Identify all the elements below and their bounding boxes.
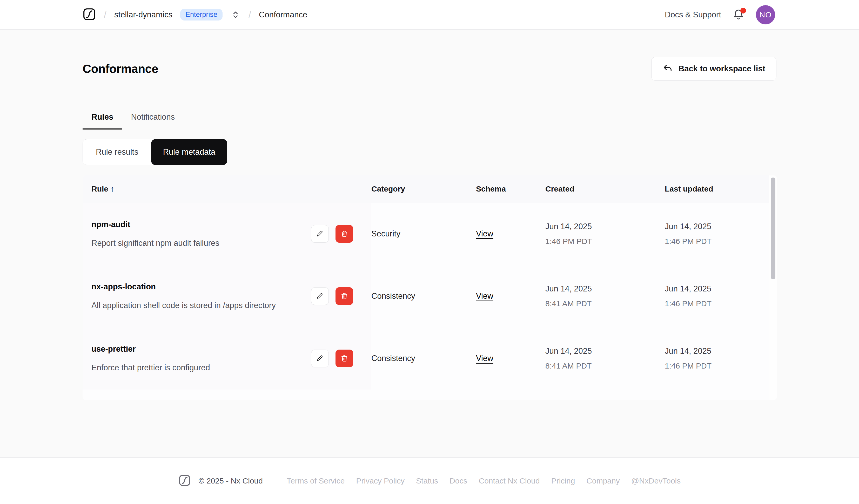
schema-view-link[interactable]: View bbox=[476, 354, 493, 363]
updated-time: 1:46 PM PDT bbox=[665, 362, 711, 370]
workspace-name[interactable]: stellar-dynamics bbox=[114, 10, 172, 19]
edit-rule-button[interactable] bbox=[311, 287, 329, 305]
rule-name: npm-audit bbox=[91, 220, 220, 229]
schema-view-link[interactable]: View bbox=[476, 291, 493, 301]
notification-dot bbox=[740, 8, 746, 14]
footer-link[interactable]: Terms of Service bbox=[287, 476, 345, 485]
tab-notifications[interactable]: Notifications bbox=[122, 112, 184, 129]
breadcrumb-page[interactable]: Conformance bbox=[259, 10, 307, 19]
pencil-icon bbox=[316, 292, 324, 300]
created-date: Jun 14, 2025 bbox=[545, 347, 592, 356]
rule-description: All application shell code is stored in … bbox=[91, 301, 276, 310]
edit-rule-button[interactable] bbox=[311, 225, 329, 243]
rules-table: Rule ↑ Category Schema Created Last upda… bbox=[82, 175, 777, 400]
breadcrumb: / stellar-dynamics Enterprise / Conforma… bbox=[82, 7, 307, 22]
nx-logo-icon[interactable] bbox=[82, 7, 96, 22]
breadcrumb-separator: / bbox=[104, 9, 106, 20]
page-footer: © 2025 - Nx Cloud Terms of Service Priva… bbox=[0, 457, 859, 504]
created-date: Jun 14, 2025 bbox=[545, 284, 592, 293]
rule-metadata-toggle[interactable]: Rule metadata bbox=[151, 139, 227, 165]
rule-cell: npm-audit Report significant npm audit f… bbox=[82, 203, 371, 265]
created-time: 8:41 AM PDT bbox=[545, 299, 591, 308]
rule-description: Enforce that prettier is configured bbox=[91, 363, 210, 372]
rule-cell: nx-apps-location All application shell c… bbox=[82, 265, 371, 327]
table-row: npm-audit Report significant npm audit f… bbox=[82, 203, 777, 265]
sort-ascending-icon: ↑ bbox=[110, 184, 114, 193]
last-updated-cell: Jun 14, 2025 1:46 PM PDT bbox=[665, 203, 769, 265]
nx-footer-logo-icon bbox=[178, 474, 191, 488]
rule-category: Security bbox=[371, 203, 476, 265]
created-cell: Jun 14, 2025 8:41 AM PDT bbox=[545, 265, 665, 327]
schema-cell: View bbox=[476, 265, 545, 327]
column-header-created[interactable]: Created bbox=[545, 184, 665, 193]
updated-time: 1:46 PM PDT bbox=[665, 299, 711, 308]
schema-view-link[interactable]: View bbox=[476, 229, 493, 239]
trash-icon bbox=[341, 354, 348, 362]
footer-link[interactable]: @NxDevTools bbox=[631, 476, 681, 485]
rule-name: nx-apps-location bbox=[91, 282, 276, 291]
breadcrumb-separator: / bbox=[248, 9, 251, 20]
delete-rule-button[interactable] bbox=[335, 287, 353, 305]
created-cell: Jun 14, 2025 1:46 PM PDT bbox=[545, 203, 665, 265]
updated-date: Jun 14, 2025 bbox=[665, 284, 711, 293]
table-row: nx-apps-location All application shell c… bbox=[82, 265, 777, 327]
scrollbar-thumb[interactable] bbox=[771, 178, 775, 279]
rule-category: Consistency bbox=[371, 327, 476, 390]
docs-support-link[interactable]: Docs & Support bbox=[665, 10, 721, 19]
schema-cell: View bbox=[476, 327, 545, 390]
footer-link[interactable]: Contact Nx Cloud bbox=[479, 476, 540, 485]
table-row: use-prettier Enforce that prettier is co… bbox=[82, 327, 777, 390]
back-to-workspace-list-button[interactable]: Back to workspace list bbox=[651, 57, 777, 81]
updated-time: 1:46 PM PDT bbox=[665, 237, 711, 246]
top-navigation-bar: / stellar-dynamics Enterprise / Conforma… bbox=[0, 0, 859, 30]
page-title: Conformance bbox=[82, 62, 158, 76]
user-avatar[interactable]: NO bbox=[756, 5, 775, 25]
delete-rule-button[interactable] bbox=[335, 350, 353, 367]
table-body: npm-audit Report significant npm audit f… bbox=[82, 203, 777, 390]
created-time: 8:41 AM PDT bbox=[545, 362, 591, 370]
footer-links: Terms of Service Privacy Policy Status D… bbox=[287, 476, 681, 485]
notifications-bell-button[interactable] bbox=[733, 9, 744, 21]
topbar-actions: Docs & Support NO bbox=[665, 5, 775, 25]
footer-link[interactable]: Company bbox=[586, 476, 620, 485]
tab-bar: Rules Notifications bbox=[82, 112, 777, 129]
rule-view-toggle: Rule results Rule metadata bbox=[82, 139, 227, 165]
main-content: Conformance Back to workspace list Rules… bbox=[0, 30, 859, 457]
back-button-label: Back to workspace list bbox=[679, 64, 765, 74]
column-header-rule[interactable]: Rule ↑ bbox=[82, 184, 371, 193]
footer-link[interactable]: Status bbox=[416, 476, 438, 485]
rule-category: Consistency bbox=[371, 265, 476, 327]
copyright-text: © 2025 - Nx Cloud bbox=[199, 476, 263, 485]
last-updated-cell: Jun 14, 2025 1:46 PM PDT bbox=[665, 327, 769, 390]
last-updated-cell: Jun 14, 2025 1:46 PM PDT bbox=[665, 265, 769, 327]
table-scrollbar[interactable] bbox=[769, 175, 777, 400]
rule-name: use-prettier bbox=[91, 345, 210, 354]
table-header-row: Rule ↑ Category Schema Created Last upda… bbox=[82, 175, 777, 203]
pencil-icon bbox=[316, 230, 324, 238]
workspace-switcher-icon[interactable] bbox=[230, 9, 241, 20]
plan-badge: Enterprise bbox=[180, 9, 223, 20]
column-header-category[interactable]: Category bbox=[371, 184, 476, 193]
delete-rule-button[interactable] bbox=[335, 225, 353, 243]
corner-up-left-icon bbox=[662, 64, 673, 74]
rule-cell: use-prettier Enforce that prettier is co… bbox=[82, 327, 371, 390]
rule-description: Report significant npm audit failures bbox=[91, 239, 220, 248]
created-cell: Jun 14, 2025 8:41 AM PDT bbox=[545, 327, 665, 390]
updated-date: Jun 14, 2025 bbox=[665, 347, 711, 356]
footer-link[interactable]: Docs bbox=[450, 476, 467, 485]
pencil-icon bbox=[316, 354, 324, 362]
column-header-schema[interactable]: Schema bbox=[476, 184, 545, 193]
trash-icon bbox=[341, 230, 348, 238]
column-header-last-updated[interactable]: Last updated bbox=[665, 184, 769, 193]
rule-results-toggle[interactable]: Rule results bbox=[83, 139, 151, 165]
edit-rule-button[interactable] bbox=[311, 350, 329, 367]
tab-rules[interactable]: Rules bbox=[82, 112, 122, 129]
created-date: Jun 14, 2025 bbox=[545, 222, 592, 231]
footer-link[interactable]: Privacy Policy bbox=[356, 476, 405, 485]
footer-link[interactable]: Pricing bbox=[551, 476, 575, 485]
schema-cell: View bbox=[476, 203, 545, 265]
created-time: 1:46 PM PDT bbox=[545, 237, 592, 246]
updated-date: Jun 14, 2025 bbox=[665, 222, 711, 231]
trash-icon bbox=[341, 292, 348, 300]
